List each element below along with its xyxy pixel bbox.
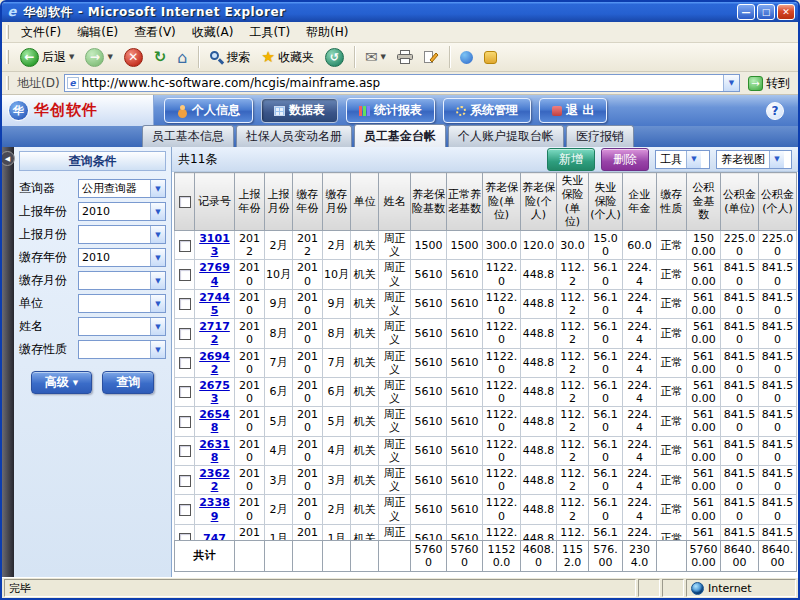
record-link[interactable]: 27172 xyxy=(199,320,230,346)
delete-button[interactable]: 删除 xyxy=(601,148,649,171)
table-cell: 9月 xyxy=(323,289,351,318)
record-link[interactable]: 26548 xyxy=(199,408,230,434)
menu-item[interactable]: 文件(F) xyxy=(13,22,69,43)
nav-button-2[interactable]: 数据表 xyxy=(261,98,338,123)
tab-3[interactable]: 员工基金台帐 xyxy=(354,124,446,147)
table-grid-icon xyxy=(274,106,285,116)
row-checkbox[interactable] xyxy=(179,240,191,252)
table-cell: 841.50 xyxy=(721,377,759,406)
row-checkbox-cell xyxy=(175,319,195,348)
row-checkbox[interactable] xyxy=(179,416,191,428)
record-link[interactable]: 26753 xyxy=(199,379,230,405)
mail-button[interactable]: ✉ ▼ xyxy=(361,49,390,66)
table-cell: 5610 xyxy=(447,436,483,465)
table-cell: 5610.00 xyxy=(687,260,721,289)
tab-2[interactable]: 社保人员变动名册 xyxy=(236,125,352,147)
row-checkbox[interactable] xyxy=(179,328,191,340)
favorites-button[interactable]: ★ 收藏夹 xyxy=(258,48,318,67)
tab-4[interactable]: 个人账户提取台帐 xyxy=(448,125,564,147)
query-field-select[interactable]: ▼ xyxy=(78,225,166,244)
history-button[interactable]: ↺ xyxy=(321,47,348,68)
edit-icon xyxy=(424,50,439,64)
table-cell: 5610 xyxy=(447,466,483,495)
table-row: 2717220108月20108月机关周正义561056101122.0448.… xyxy=(175,319,797,348)
table-cell: 60.0 xyxy=(623,231,657,260)
row-checkbox-cell xyxy=(175,377,195,406)
forward-dropdown-icon[interactable]: ▼ xyxy=(107,53,112,61)
select-all-checkbox[interactable] xyxy=(179,196,191,208)
table-row: 2675320106月20106月机关周正义561056101122.0448.… xyxy=(175,377,797,406)
record-link[interactable]: 31013 xyxy=(199,232,230,258)
table-cell: 机关 xyxy=(351,348,379,377)
menu-item[interactable]: 编辑(E) xyxy=(69,22,126,43)
table-cell: 2010 xyxy=(235,495,265,524)
table-cell: 448.8 xyxy=(521,260,557,289)
address-label: 地址(D) xyxy=(17,75,60,92)
record-link[interactable]: 27445 xyxy=(199,291,230,317)
query-field-select[interactable]: 2010▼ xyxy=(78,202,166,221)
record-link[interactable]: 26318 xyxy=(199,438,230,464)
tab-1[interactable]: 员工基本信息 xyxy=(142,125,234,147)
row-checkbox[interactable] xyxy=(179,269,191,281)
select-dropdown-icon: ▼ xyxy=(150,180,165,197)
record-link[interactable]: 23622 xyxy=(199,467,230,493)
nav-button-4[interactable]: 系统管理 xyxy=(443,98,531,123)
query-field-select[interactable]: ▼ xyxy=(78,271,166,290)
row-checkbox[interactable] xyxy=(179,386,191,398)
forward-button[interactable]: → ▼ xyxy=(81,47,116,68)
row-checkbox[interactable] xyxy=(179,504,191,516)
refresh-button[interactable]: ↻ xyxy=(150,49,171,66)
messenger-button[interactable] xyxy=(456,50,477,65)
record-link[interactable]: 26942 xyxy=(199,350,230,376)
total-cell xyxy=(293,540,323,571)
discuss-button[interactable] xyxy=(480,50,501,65)
close-button[interactable]: ✕ xyxy=(777,4,795,20)
query-field-select[interactable]: ▼ xyxy=(78,294,166,313)
record-link[interactable]: 23389 xyxy=(199,496,230,522)
record-link[interactable]: 27694 xyxy=(199,261,230,287)
nav-button-3[interactable]: 统计报表 xyxy=(346,98,435,123)
toolbar-divider xyxy=(198,46,199,68)
internet-zone-icon xyxy=(691,582,704,595)
go-button[interactable]: → 转到 xyxy=(744,74,794,93)
maximize-button[interactable]: □ xyxy=(757,4,775,20)
search-button[interactable]: 搜索 xyxy=(205,48,255,67)
stop-button[interactable]: ✕ xyxy=(120,47,147,68)
address-dropdown-icon[interactable]: ▼ xyxy=(723,75,739,91)
row-checkbox[interactable] xyxy=(179,475,191,487)
query-field-select[interactable]: 公用查询器▼ xyxy=(78,179,166,198)
menu-item[interactable]: 查看(V) xyxy=(126,22,184,43)
table-cell: 正常 xyxy=(657,289,687,318)
nav-button-5[interactable]: 退 出 xyxy=(539,98,607,123)
print-button[interactable] xyxy=(393,49,417,65)
menu-item[interactable]: 工具(T) xyxy=(241,22,298,43)
query-sidebar: 查询条件 查询器公用查询器▼上报年份2010▼上报月份▼缴存年份2010▼缴存月… xyxy=(14,147,172,577)
column-header: 姓名 xyxy=(379,173,411,231)
table-cell: 8月 xyxy=(265,319,293,348)
collapse-sidebar-button[interactable]: ◀ xyxy=(2,151,15,166)
row-checkbox[interactable] xyxy=(179,298,191,310)
add-button[interactable]: 新增 xyxy=(547,148,595,171)
menu-item[interactable]: 收藏(A) xyxy=(184,22,242,43)
edit-button[interactable] xyxy=(420,49,443,65)
menu-item[interactable]: 帮助(H) xyxy=(298,22,356,43)
home-button[interactable]: ⌂ xyxy=(173,49,191,66)
help-button[interactable]: ? xyxy=(766,102,784,120)
row-checkbox[interactable] xyxy=(179,445,191,457)
nav-button-1[interactable]: 个人信息 xyxy=(164,98,253,123)
query-field-select[interactable]: ▼ xyxy=(78,317,166,336)
address-input[interactable]: e http://www.hc-software.com/hcgis/mainf… xyxy=(64,74,740,92)
minimize-button[interactable]: — xyxy=(737,4,755,20)
query-field-select[interactable]: ▼ xyxy=(78,340,166,359)
mail-dropdown-icon[interactable]: ▼ xyxy=(381,53,386,61)
view-select[interactable]: 养老视图 ▼ xyxy=(716,150,792,169)
back-button[interactable]: ← 后退 ▼ xyxy=(16,47,78,68)
tools-select[interactable]: 工具 ▼ xyxy=(655,150,710,169)
row-checkbox[interactable] xyxy=(179,357,191,369)
back-dropdown-icon[interactable]: ▼ xyxy=(69,53,74,61)
query-button[interactable]: 查询 xyxy=(102,371,154,394)
query-field-select[interactable]: 2010▼ xyxy=(78,248,166,267)
table-cell: 机关 xyxy=(351,407,379,436)
advanced-button[interactable]: 高级 ▼ xyxy=(31,371,92,394)
tab-5[interactable]: 医疗报销 xyxy=(566,125,634,147)
